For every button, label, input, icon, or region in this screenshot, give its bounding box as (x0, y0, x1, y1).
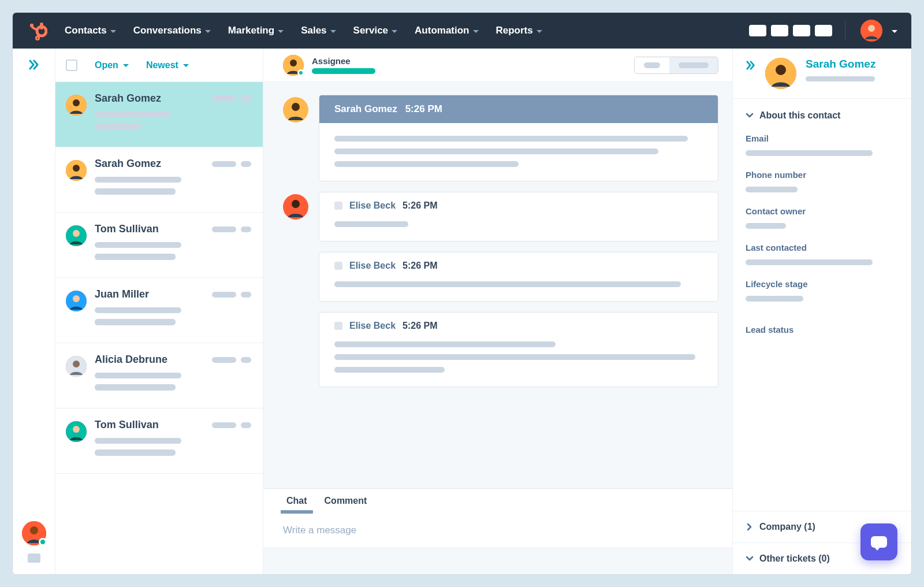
preview-line (95, 438, 181, 444)
nav-item-sales[interactable]: Sales (301, 25, 336, 36)
nav-item-reports[interactable]: Reports (496, 25, 542, 36)
nav-item-label: Contacts (65, 25, 107, 36)
conversation-name: Alicia Debrune (95, 354, 167, 366)
field-label-lifecycle: Lifecycle stage (746, 279, 899, 289)
field-label-last-contacted: Last contacted (746, 243, 899, 252)
nav-action-1[interactable] (749, 25, 766, 36)
message-avatar (283, 194, 308, 220)
contact-name[interactable]: Sarah Gomez (806, 58, 875, 70)
expand-sidebar-icon[interactable] (746, 60, 756, 70)
nav-item-service[interactable]: Service (353, 25, 398, 36)
message-time: 5:26 PM (403, 200, 437, 211)
field-label-owner: Contact owner (746, 206, 899, 216)
conversation-avatar (66, 356, 87, 377)
caret-down-icon (123, 64, 129, 67)
svg-point-18 (73, 295, 80, 302)
nav-item-contacts[interactable]: Contacts (65, 25, 116, 36)
nav-item-label: Sales (301, 25, 326, 36)
preview-line (95, 307, 181, 313)
preview-line (95, 449, 176, 456)
conversation-item[interactable]: Tom Sullivan (55, 213, 263, 278)
message-author: Elise Beck (349, 261, 396, 271)
current-user-avatar[interactable] (22, 521, 46, 545)
nav-item-label: Automation (415, 25, 469, 36)
field-value-placeholder[interactable] (746, 150, 873, 156)
message-author: Elise Beck (349, 200, 396, 211)
about-section-toggle[interactable]: About this contact (746, 110, 899, 121)
conversation-item[interactable]: Tom Sullivan (55, 408, 263, 474)
view-toggle (634, 57, 718, 74)
rail-collapse-icon[interactable] (28, 553, 40, 563)
preview-line (95, 384, 176, 391)
sort-filter[interactable]: Newest (146, 60, 189, 70)
preview-line (95, 373, 181, 378)
message-avatar (283, 97, 308, 122)
field-value-placeholder[interactable] (746, 223, 786, 229)
chevron-down-icon (746, 112, 754, 120)
tab-comment[interactable]: Comment (325, 496, 367, 513)
status-filter[interactable]: Open (95, 60, 129, 70)
conversation-avatar (66, 291, 87, 311)
hubspot-logo-icon[interactable] (27, 20, 49, 42)
conversation-avatar (66, 225, 87, 246)
caret-down-icon (473, 30, 479, 33)
contact-sidebar: Sarah Gomez About this contact Email Pho… (732, 49, 911, 574)
message-card[interactable]: Elise Beck5:26 PM (319, 252, 718, 302)
conversation-item[interactable]: Sarah Gomez (55, 147, 263, 213)
conversation-name: Sarah Gomez (95, 158, 161, 170)
chat-launcher-button[interactable] (860, 523, 897, 560)
svg-point-20 (73, 361, 80, 367)
field-value-placeholder[interactable] (746, 259, 873, 265)
view-toggle-option-1[interactable] (635, 57, 669, 73)
thread-panel: Assignee Sarah Gomez (263, 49, 732, 574)
message-card[interactable]: Elise Beck5:26 PM (319, 312, 718, 387)
text-placeholder (334, 148, 658, 154)
message-card[interactable]: Elise Beck5:26 PM (319, 192, 718, 242)
preview-line (95, 319, 176, 325)
svg-rect-4 (40, 25, 43, 29)
conversation-meta (212, 96, 251, 102)
nav-action-4[interactable] (815, 25, 832, 36)
field-label-lead-status: Lead status (746, 325, 899, 335)
conversation-meta (212, 161, 251, 167)
caret-down-icon (278, 30, 284, 33)
assignee-avatar[interactable] (283, 55, 304, 76)
nav-item-label: Marketing (228, 25, 274, 36)
contact-avatar[interactable] (765, 58, 796, 89)
field-value-placeholder[interactable] (746, 187, 798, 192)
nav-item-marketing[interactable]: Marketing (228, 25, 284, 36)
tab-chat[interactable]: Chat (286, 496, 307, 513)
nav-action-3[interactable] (793, 25, 810, 36)
message-time: 5:26 PM (405, 103, 442, 115)
svg-point-24 (290, 60, 297, 66)
nav-item-label: Reports (496, 25, 533, 36)
nav-item-automation[interactable]: Automation (415, 25, 478, 36)
compose-input[interactable]: Write a message (263, 513, 732, 548)
message-author: Sarah Gomez (334, 103, 397, 115)
message-card[interactable]: Sarah Gomez 5:26 PM (319, 95, 718, 181)
conversation-item[interactable]: Alicia Debrune (55, 343, 263, 408)
caret-down-icon (536, 30, 542, 33)
caret-down-icon (392, 30, 397, 33)
text-placeholder (334, 354, 695, 360)
svg-point-22 (73, 426, 80, 433)
field-value-placeholder[interactable] (746, 296, 803, 302)
conversation-item[interactable]: Juan Miller (55, 278, 263, 343)
conversation-list: Open Newest Sarah GomezSarah GomezTom Su… (55, 49, 263, 574)
nav-item-label: Conversations (133, 25, 202, 36)
status-filter-label: Open (95, 60, 118, 70)
expand-rail-icon[interactable] (28, 59, 40, 70)
nav-action-2[interactable] (771, 25, 788, 36)
view-toggle-option-2[interactable] (669, 57, 718, 73)
text-placeholder (334, 161, 519, 167)
user-menu-caret-icon[interactable] (892, 30, 897, 33)
select-all-checkbox[interactable] (66, 60, 77, 71)
message-time: 5:26 PM (403, 321, 437, 331)
conversation-item[interactable]: Sarah Gomez (55, 82, 263, 147)
preview-line (95, 242, 181, 248)
nav-divider (845, 21, 845, 40)
svg-point-8 (868, 25, 875, 32)
user-avatar[interactable] (860, 20, 882, 42)
nav-item-conversations[interactable]: Conversations (133, 25, 211, 36)
conversation-meta (212, 292, 251, 298)
